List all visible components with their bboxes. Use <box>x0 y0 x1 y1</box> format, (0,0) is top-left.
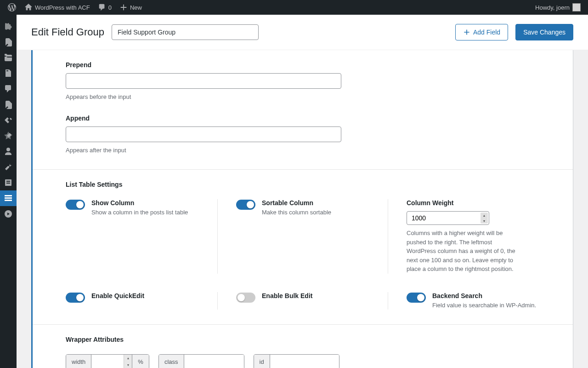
wrapper-attributes-heading: Wrapper Attributes <box>66 336 540 343</box>
sidebar-item-posts[interactable] <box>0 34 17 50</box>
sidebar-item-settings[interactable] <box>0 175 17 190</box>
append-help: Appears after the input <box>66 146 540 155</box>
sidebar-item-dashboard[interactable] <box>0 18 17 34</box>
column-weight-stepper[interactable]: ▲▼ <box>481 213 488 224</box>
save-changes-button[interactable]: Save Changes <box>515 24 573 40</box>
column-weight-input[interactable] <box>407 211 489 225</box>
sidebar-item-acf[interactable] <box>0 190 17 206</box>
sidebar-item-tools[interactable] <box>0 159 17 175</box>
svg-rect-2 <box>6 183 10 184</box>
backend-search-toggle[interactable] <box>407 293 426 303</box>
svg-rect-3 <box>5 195 12 196</box>
page-title: Edit Field Group <box>31 26 104 38</box>
sidebar-item-media[interactable] <box>0 50 17 65</box>
list-table-heading: List Table Settings <box>66 181 540 188</box>
wrapper-width-label: width <box>66 355 91 368</box>
column-weight-label: Column Weight <box>407 199 540 207</box>
sidebar-item-appearance[interactable] <box>0 112 17 128</box>
sortable-column-toggle[interactable] <box>236 200 255 210</box>
wordpress-logo-menu[interactable] <box>4 0 20 15</box>
show-column-desc: Show a column in the posts list table <box>91 208 199 217</box>
new-content-link[interactable]: New <box>115 0 146 15</box>
wrapper-id-label: id <box>254 355 270 368</box>
add-field-button[interactable]: Add Field <box>455 24 508 40</box>
wrapper-class-input[interactable] <box>184 355 244 368</box>
sortable-column-title: Sortable Column <box>262 199 369 207</box>
wrapper-class-group: class <box>158 354 244 368</box>
sidebar-item-custom1[interactable] <box>0 97 17 112</box>
wrapper-id-group: id <box>254 354 339 368</box>
comment-icon <box>97 3 107 12</box>
wrapper-width-suffix: % <box>132 355 149 368</box>
wordpress-icon <box>7 3 17 12</box>
comments-count: 0 <box>108 4 112 11</box>
comments-link[interactable]: 0 <box>94 0 115 15</box>
wrapper-id-input[interactable] <box>270 355 339 368</box>
backend-search-title: Backend Search <box>432 292 540 299</box>
append-input[interactable] <box>66 126 341 142</box>
wrapper-class-label: class <box>159 355 184 368</box>
page-header: Edit Field Group Add Field Save Changes <box>17 15 588 50</box>
avatar <box>572 3 581 12</box>
enable-bulkedit-toggle[interactable] <box>236 293 255 303</box>
svg-rect-5 <box>5 200 12 201</box>
append-label: Append <box>66 115 540 122</box>
backend-search-desc: Field value is searchable in WP-Admin. <box>432 301 540 310</box>
column-weight-help: Columns with a higher weight will be pus… <box>407 229 517 274</box>
sidebar-item-comments[interactable] <box>0 81 17 97</box>
site-title: WordPress with ACF <box>35 4 90 11</box>
enable-quickedit-toggle[interactable] <box>66 293 85 303</box>
show-column-toggle[interactable] <box>66 200 85 210</box>
enable-quickedit-title: Enable QuickEdit <box>91 292 199 299</box>
user-account-link[interactable]: Howdy, joern <box>531 0 584 15</box>
sidebar-item-users[interactable] <box>0 144 17 159</box>
sortable-column-desc: Make this column sortable <box>262 208 369 217</box>
howdy-text: Howdy, joern <box>535 4 570 11</box>
svg-rect-4 <box>5 197 12 199</box>
admin-toolbar: WordPress with ACF 0 New Howdy, joern <box>0 0 588 15</box>
sidebar-item-custom2[interactable] <box>0 206 17 222</box>
home-icon <box>24 3 33 12</box>
wrapper-width-stepper[interactable]: ▲▼ <box>124 355 132 368</box>
field-settings-panel: Prepend Appears before the input Append … <box>31 50 573 368</box>
prepend-label: Prepend <box>66 61 540 69</box>
sidebar-item-plugins[interactable] <box>0 128 17 144</box>
enable-bulkedit-title: Enable Bulk Edit <box>262 292 369 299</box>
site-home-link[interactable]: WordPress with ACF <box>20 0 94 15</box>
field-group-title-input[interactable] <box>112 24 259 40</box>
show-column-title: Show Column <box>91 199 199 207</box>
admin-sidebar <box>0 15 17 368</box>
wrapper-width-input[interactable] <box>91 355 124 368</box>
prepend-help: Appears before the input <box>66 92 540 102</box>
new-label: New <box>130 4 142 11</box>
plus-icon <box>463 29 470 36</box>
plus-icon <box>119 3 128 12</box>
prepend-input[interactable] <box>66 73 341 89</box>
sidebar-item-pages[interactable] <box>0 65 17 81</box>
svg-rect-1 <box>6 181 10 182</box>
wrapper-width-group: width ▲▼ % <box>66 354 149 368</box>
